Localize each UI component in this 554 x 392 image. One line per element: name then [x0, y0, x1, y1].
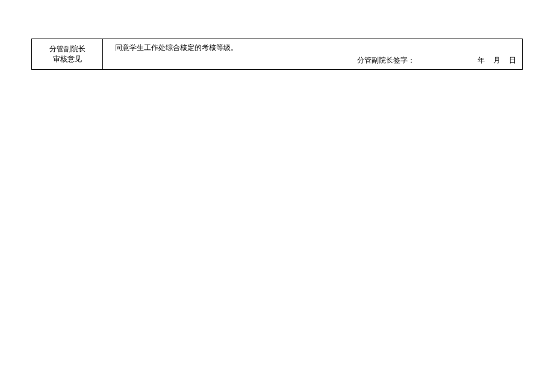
date-month-label: 月 — [493, 55, 500, 66]
date-field: 年 月 日 — [469, 55, 516, 66]
label-line-2: 审核意见 — [53, 54, 82, 64]
opinion-text: 同意学生工作处综合核定的考核等级。 — [115, 43, 516, 53]
approval-table: 分管副院长 审核意见 同意学生工作处综合核定的考核等级。 分管副院长签字： 年 … — [31, 39, 523, 70]
signature-line: 分管副院长签字： 年 月 日 — [115, 55, 516, 66]
date-day-label: 日 — [509, 55, 516, 66]
row-label-cell: 分管副院长 审核意见 — [32, 39, 103, 69]
date-year-label: 年 — [478, 55, 485, 66]
label-line-1: 分管副院长 — [49, 44, 86, 54]
row-content-cell: 同意学生工作处综合核定的考核等级。 分管副院长签字： 年 月 日 — [103, 39, 522, 69]
signature-prompt: 分管副院长签字： — [357, 55, 415, 66]
